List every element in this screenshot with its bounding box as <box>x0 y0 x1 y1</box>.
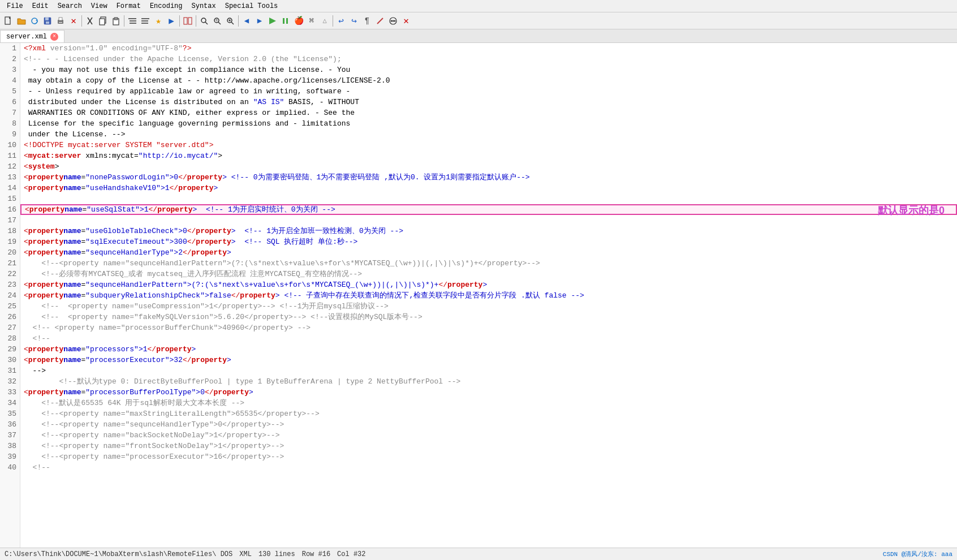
code-line[interactable]: <property name="useSqlStat">1</property>… <box>20 204 957 215</box>
code-line[interactable]: <property name="sequnceHandlerPattern">(… <box>20 279 957 290</box>
copy-button[interactable] <box>97 15 109 27</box>
reload-button[interactable] <box>28 15 41 27</box>
line-number: 5 <box>0 86 20 97</box>
paint-button[interactable] <box>374 15 386 27</box>
code-line[interactable]: may obtain a copy of the License at - - … <box>20 75 957 86</box>
svg-marker-30 <box>269 18 276 24</box>
code-line[interactable]: <!--<property name="maxStringLiteralLeng… <box>20 408 957 419</box>
code-line[interactable]: --> <box>20 365 957 376</box>
outdent-button[interactable] <box>139 15 152 27</box>
code-line[interactable] <box>20 193 957 204</box>
code-line[interactable]: <!-- <box>20 333 957 344</box>
indent-button[interactable] <box>126 15 139 27</box>
code-line[interactable]: <property name="useHandshakeV10">1</prop… <box>20 183 957 193</box>
code-line[interactable]: License for the specific language govern… <box>20 118 957 129</box>
code-line[interactable]: - - Unless required by applicable law or… <box>20 86 957 97</box>
menu-edit[interactable]: Edit <box>28 2 53 11</box>
line-number: 29 <box>0 344 20 355</box>
code-line[interactable]: distributed under the License is distrib… <box>20 97 957 107</box>
zoomin-button[interactable] <box>224 15 236 27</box>
prev-button[interactable]: ◀ <box>240 15 253 27</box>
toolbar: ✕ ★ ▶ ◀ ▶ 🍎 ⌘ △ ↩ ↪ ¶ <box>0 12 957 29</box>
new-file-button[interactable] <box>2 15 15 27</box>
code-line[interactable]: <!-- <property name="useCompression">1</… <box>20 301 957 312</box>
code-line[interactable]: <?xml version="1.0" encoding="UTF-8"?> <box>20 43 957 54</box>
line-number: 19 <box>0 236 20 247</box>
code-line[interactable]: <!-- <property name="processorBufferChun… <box>20 322 957 333</box>
triangle-button[interactable]: △ <box>318 15 331 27</box>
code-line[interactable]: <!--默认为type 0: DirectByteBufferPool | ty… <box>20 376 957 387</box>
code-line[interactable]: <property name="sqlExecuteTimeout">300</… <box>20 236 957 247</box>
pilcrow-button[interactable]: ¶ <box>361 15 373 27</box>
redo-button[interactable]: ↪ <box>348 15 360 27</box>
file-tab[interactable]: server.xml × <box>0 30 64 42</box>
code-line[interactable]: <!--必须带有MYCATSEQ_或者 mycatseq_进入序列匹配流程 注意… <box>20 269 957 279</box>
next-button[interactable]: ▶ <box>253 15 266 27</box>
code-line[interactable]: <!--默认是65535 64K 用于sql解析时最大文本本长度 --> <box>20 398 957 408</box>
code-line[interactable]: WARRANTIES OR CONDITIONS OF ANY KIND, ei… <box>20 107 957 118</box>
mark-button[interactable]: ★ <box>152 15 165 27</box>
cut-button[interactable] <box>84 15 96 27</box>
save-button[interactable] <box>41 15 54 27</box>
editor: 1234567891011121314151617181920212223242… <box>0 43 957 548</box>
bookmark-button[interactable]: ▶ <box>165 15 178 27</box>
find-prev-button[interactable] <box>211 15 223 27</box>
code-line[interactable]: <property name="subqueryRelationshipChec… <box>20 290 957 301</box>
line-number: 20 <box>0 247 20 258</box>
run-button[interactable] <box>266 15 279 27</box>
code-line[interactable]: <property name="useGlobleTableCheck">0</… <box>20 226 957 236</box>
print-button[interactable] <box>54 15 67 27</box>
code-line[interactable]: <!-- - - Licensed under the Apache Licen… <box>20 54 957 64</box>
apple-button[interactable]: 🍎 <box>292 15 305 27</box>
separator-5 <box>238 15 239 27</box>
code-line[interactable]: <!--<property name="backSocketNoDelay">1… <box>20 430 957 441</box>
line-number: 8 <box>0 118 20 129</box>
line-number: 18 <box>0 226 20 236</box>
misc-button[interactable] <box>387 15 399 27</box>
close-x-button[interactable]: ✕ <box>400 15 412 27</box>
find-button[interactable] <box>198 15 210 27</box>
code-line[interactable]: <property name="processorExecutor">32</p… <box>20 355 957 365</box>
cmd-button[interactable]: ⌘ <box>305 15 318 27</box>
svg-rect-13 <box>114 18 118 20</box>
code-line[interactable]: <!-- <box>20 462 957 473</box>
code-line[interactable] <box>20 215 957 226</box>
open-folder-button[interactable] <box>15 15 28 27</box>
pause-button[interactable] <box>279 15 292 27</box>
code-line[interactable]: <system> <box>20 161 957 172</box>
code-line[interactable]: <property name="nonePasswordLogin">0</pr… <box>20 172 957 183</box>
code-line[interactable]: <!DOCTYPE mycat:server SYSTEM "server.dt… <box>20 140 957 150</box>
menu-view[interactable]: View <box>87 2 112 11</box>
menu-syntax[interactable]: Syntax <box>187 2 220 11</box>
paste-button[interactable] <box>110 15 122 27</box>
separator-1 <box>81 15 82 27</box>
code-line[interactable]: <property name="processors">1</property> <box>20 344 957 355</box>
undo-button[interactable]: ↩ <box>335 15 347 27</box>
menu-file[interactable]: File <box>2 2 28 11</box>
code-line[interactable]: <!--<property name="frontSocketNoDelay">… <box>20 441 957 451</box>
line-number: 36 <box>0 419 20 430</box>
code-line[interactable]: <!--<property name="processorExecutor">1… <box>20 451 957 462</box>
code-line[interactable]: <!--<property name="sequnceHandlerPatter… <box>20 258 957 269</box>
code-line[interactable]: - you may not use this file except in co… <box>20 64 957 75</box>
code-line[interactable]: <!-- <property name="fakeMySQLVersion">5… <box>20 312 957 322</box>
line-number: 12 <box>0 161 20 172</box>
code-area[interactable]: <?xml version="1.0" encoding="UTF-8"?><!… <box>20 43 957 548</box>
tab-close-button[interactable]: × <box>50 33 58 41</box>
code-line[interactable]: <property name="processorBufferPoolType"… <box>20 387 957 398</box>
line-number: 40 <box>0 462 20 473</box>
code-line[interactable]: under the License. --> <box>20 129 957 140</box>
line-number: 7 <box>0 107 20 118</box>
line-number: 38 <box>0 441 20 451</box>
menu-special-tools[interactable]: Special Tools <box>221 2 283 11</box>
code-line[interactable]: <mycat:server xmlns:mycat="http://io.myc… <box>20 150 957 161</box>
close-doc-button[interactable]: ✕ <box>67 15 80 27</box>
menu-search[interactable]: Search <box>53 2 87 11</box>
code-line[interactable]: <!--<property name="sequnceHandlerType">… <box>20 419 957 430</box>
code-line[interactable]: <property name="sequnceHandlerType">2</p… <box>20 247 957 258</box>
line-number: 39 <box>0 451 20 462</box>
syncedit-button[interactable] <box>182 15 194 27</box>
svg-rect-4 <box>46 21 49 24</box>
menu-encoding[interactable]: Encoding <box>145 2 187 11</box>
menu-format[interactable]: Format <box>112 2 145 11</box>
